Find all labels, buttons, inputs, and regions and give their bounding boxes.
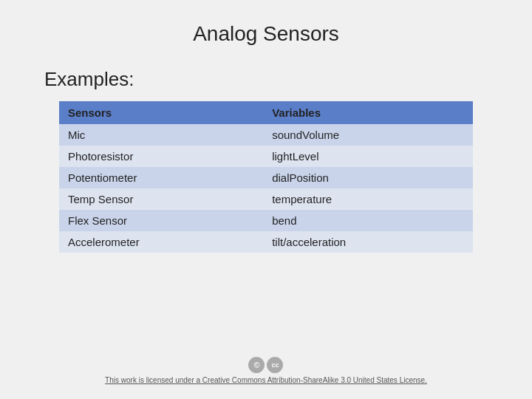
sensor-cell: Flex Sensor: [59, 210, 263, 231]
footer: © cc This work is licensed under a Creat…: [105, 357, 427, 384]
examples-label: Examples:: [44, 68, 488, 91]
sensor-cell: Accelerometer: [59, 231, 263, 253]
page-title: Analog Sensors: [44, 22, 488, 46]
sensor-cell: Potentiometer: [59, 167, 263, 188]
sensor-table-container: Sensors Variables MicsoundVolumePhotores…: [59, 101, 473, 253]
variable-cell: bend: [263, 210, 473, 231]
sensor-table: Sensors Variables MicsoundVolumePhotores…: [59, 101, 473, 253]
variable-cell: soundVolume: [263, 124, 473, 146]
table-row: Temp Sensortemperature: [59, 188, 473, 210]
column-header-variables: Variables: [263, 101, 473, 124]
cc-circle-c: ©: [248, 357, 265, 373]
variable-cell: lightLevel: [263, 146, 473, 167]
column-header-sensors: Sensors: [59, 101, 263, 124]
cc-circle-cc: cc: [267, 357, 283, 373]
table-row: Flex Sensorbend: [59, 210, 473, 231]
table-row: PhotoresistorlightLevel: [59, 146, 473, 167]
license-text: This work is licensed under a Creative C…: [105, 376, 427, 384]
table-row: MicsoundVolume: [59, 124, 473, 146]
sensor-cell: Mic: [59, 124, 263, 146]
table-row: PotentiometerdialPosition: [59, 167, 473, 188]
table-row: Accelerometertilt/acceleration: [59, 231, 473, 253]
table-header-row: Sensors Variables: [59, 101, 473, 124]
variable-cell: dialPosition: [263, 167, 473, 188]
variable-cell: tilt/acceleration: [263, 231, 473, 253]
variable-cell: temperature: [263, 188, 473, 210]
cc-license-icon: © cc: [248, 357, 283, 373]
sensor-cell: Temp Sensor: [59, 188, 263, 210]
sensor-cell: Photoresistor: [59, 146, 263, 167]
